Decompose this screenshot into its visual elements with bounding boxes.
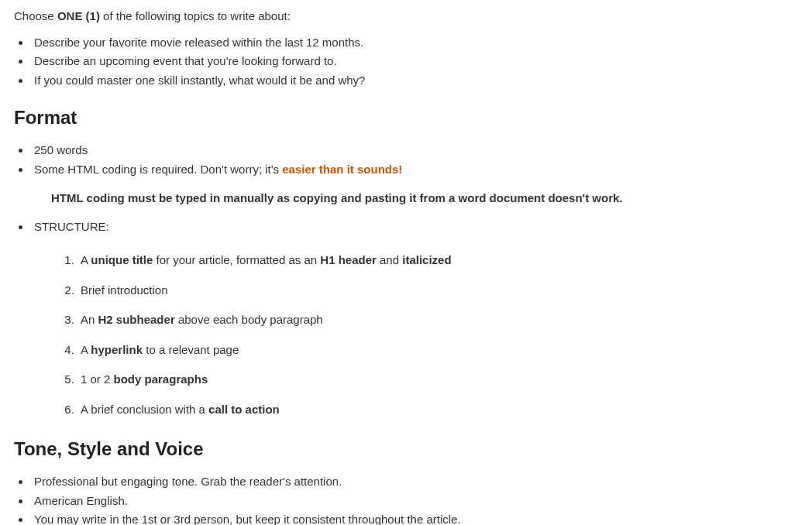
list-item: An H2 subheader above each body paragrap… xyxy=(77,305,798,335)
intro-text: Choose ONE (1) of the following topics t… xyxy=(14,8,798,26)
html-note: HTML coding must be typed in manually as… xyxy=(51,190,764,207)
html-prefix: Some HTML coding is required. Don't worr… xyxy=(34,163,282,176)
format-list: 250 words Some HTML coding is required. … xyxy=(31,141,798,179)
list-item: Some HTML coding is required. Don't worr… xyxy=(31,160,798,180)
list-item: You may write in the 1st or 3rd person, … xyxy=(31,510,798,525)
list-item: Brief introduction xyxy=(77,276,798,306)
list-item: Describe your favorite movie released wi… xyxy=(31,33,798,53)
list-item: A hyperlink to a relevant page xyxy=(77,335,798,365)
list-item: 250 words xyxy=(31,141,798,160)
topics-list: Describe your favorite movie released wi… xyxy=(31,33,798,91)
list-item: A brief conclusion with a call to action xyxy=(77,395,798,425)
intro-prefix: Choose xyxy=(14,9,57,22)
list-item: Describe an upcoming event that you're l… xyxy=(31,52,798,71)
tone-heading: Tone, Style and Voice xyxy=(14,435,798,463)
list-item: 1 or 2 body paragraphs xyxy=(77,365,798,395)
list-item: Professional but engaging tone. Grab the… xyxy=(31,472,798,492)
structure-list: A unique title for your article, formatt… xyxy=(77,245,798,424)
structure-label: STRUCTURE: xyxy=(31,218,798,237)
easier-link[interactable]: easier than it sounds! xyxy=(282,163,402,176)
structure-wrapper: STRUCTURE: xyxy=(31,218,798,237)
tone-list: Professional but engaging tone. Grab the… xyxy=(31,472,798,525)
list-item: American English. xyxy=(31,492,798,511)
format-heading: Format xyxy=(14,104,798,132)
intro-bold: ONE (1) xyxy=(57,9,100,22)
list-item: A unique title for your article, formatt… xyxy=(77,245,798,276)
intro-suffix: of the following topics to write about: xyxy=(100,9,291,22)
list-item: If you could master one skill instantly,… xyxy=(31,71,798,91)
